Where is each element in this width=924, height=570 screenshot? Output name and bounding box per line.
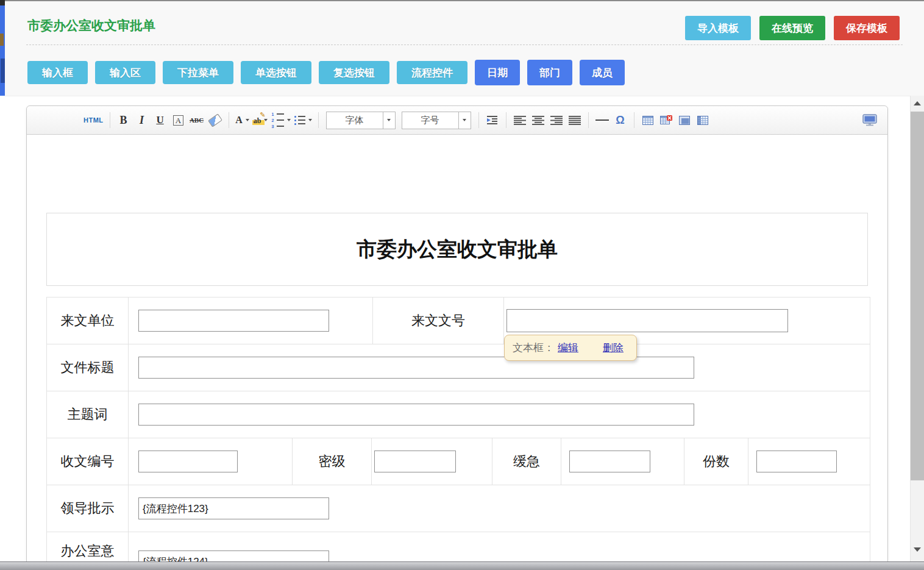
font-family-value: 字体	[327, 112, 383, 129]
align-left-button[interactable]	[513, 112, 527, 129]
receipt-no-input[interactable]	[138, 451, 238, 472]
receipt-no-label: 收文编号	[47, 438, 128, 485]
secrecy-cell	[371, 438, 492, 485]
document-title: 市委办公室收文审批单	[357, 236, 558, 263]
highlight-color-button[interactable]: ab ✎	[254, 112, 268, 129]
copies-input[interactable]	[756, 451, 837, 472]
toolbar-separator	[229, 112, 229, 128]
member-button[interactable]: 成员	[580, 60, 625, 85]
char-border-button[interactable]: A	[171, 112, 186, 129]
doc-title-label: 文件标题	[47, 344, 128, 391]
header-bar: 市委办公室收文审批单 导入模板 在线预览 保存模板 输入框 输入区 下拉菜单 单…	[5, 1, 924, 96]
horizontal-rule-button[interactable]	[595, 112, 609, 129]
delete-table-button[interactable]	[659, 112, 673, 129]
toolbar-separator	[634, 112, 634, 128]
chevron-down-icon	[387, 119, 391, 121]
bold-button[interactable]: B	[116, 112, 131, 129]
scroll-down-icon[interactable]	[914, 547, 921, 552]
textarea-button[interactable]: 输入区	[95, 61, 155, 84]
indent-button[interactable]	[485, 112, 500, 129]
font-size-dropdown[interactable]	[458, 112, 471, 129]
receipt-no-cell	[128, 438, 292, 485]
incoming-no-label: 来文文号	[372, 297, 503, 344]
font-family-select[interactable]: 字体	[326, 112, 396, 129]
insert-table-button[interactable]	[641, 112, 655, 129]
copies-cell	[748, 438, 870, 485]
underline-button[interactable]: U	[153, 112, 168, 129]
monitor-icon	[862, 114, 877, 126]
table-properties-button[interactable]	[677, 112, 692, 129]
align-right-button[interactable]	[549, 112, 564, 129]
strikethrough-button[interactable]: ABC	[190, 112, 204, 129]
italic-button[interactable]: I	[135, 112, 149, 129]
app-window: 市委办公室收文审批单 导入模板 在线预览 保存模板 输入框 输入区 下拉菜单 单…	[0, 0, 924, 570]
table-row: 文件标题	[47, 344, 870, 391]
bullet-list-button[interactable]	[294, 112, 312, 129]
ordered-list-icon: 1 2 3	[272, 112, 284, 129]
delete-link[interactable]: 删除	[603, 341, 624, 355]
fullscreen-button[interactable]	[862, 112, 877, 129]
subject-label: 主题词	[47, 391, 128, 438]
incoming-unit-input[interactable]	[138, 310, 329, 332]
left-edge-strip	[0, 1, 5, 96]
eraser-icon	[208, 113, 222, 127]
chevron-down-icon	[246, 119, 249, 121]
import-template-button[interactable]: 导入模板	[685, 16, 751, 40]
font-family-dropdown[interactable]	[383, 112, 395, 129]
toolbar-separator	[110, 112, 110, 128]
align-right-icon	[550, 116, 563, 125]
special-char-button[interactable]: Ω	[613, 112, 628, 129]
dashed-divider	[26, 45, 903, 45]
incoming-no-input[interactable]	[506, 309, 788, 332]
delete-table-icon	[660, 115, 672, 125]
date-button[interactable]: 日期	[475, 60, 520, 85]
scroll-up-icon[interactable]	[914, 101, 921, 105]
bold-icon: B	[120, 114, 127, 127]
remove-format-button[interactable]	[208, 112, 222, 129]
urgency-input[interactable]	[569, 451, 650, 472]
form-table: 来文单位 来文文号 文件标题 主题词	[46, 297, 870, 570]
table-properties-icon	[679, 116, 690, 125]
vertical-scrollbar[interactable]	[910, 96, 924, 561]
checkbox-button[interactable]: 复选按钮	[319, 61, 389, 84]
edit-link[interactable]: 编辑	[558, 341, 578, 355]
window-bottom-edge	[0, 561, 924, 570]
chevron-down-icon	[287, 119, 291, 121]
subject-input[interactable]	[138, 404, 694, 426]
urgency-cell	[561, 438, 684, 485]
department-button[interactable]: 部门	[527, 60, 572, 85]
toolbar-separator	[506, 112, 506, 128]
document-title-cell[interactable]: 市委办公室收文审批单	[46, 213, 868, 286]
radio-button-button[interactable]: 单选按钮	[241, 61, 311, 84]
align-center-icon	[532, 116, 544, 125]
left-strip-mark	[0, 34, 4, 46]
font-size-value: 字号	[402, 112, 458, 129]
font-size-select[interactable]: 字号	[402, 112, 471, 129]
flow-control-button[interactable]: 流程控件	[397, 61, 467, 84]
save-template-button[interactable]: 保存模板	[834, 16, 900, 40]
cell-properties-icon	[697, 116, 708, 125]
font-color-icon: A	[235, 115, 243, 126]
dropdown-menu-button[interactable]: 下拉菜单	[163, 61, 233, 84]
italic-icon: I	[140, 114, 144, 127]
urgency-label: 缓急	[492, 438, 561, 485]
incoming-unit-label: 来文单位	[47, 297, 128, 344]
online-preview-button[interactable]: 在线预览	[759, 16, 825, 40]
font-color-button[interactable]: A	[235, 112, 250, 129]
align-left-icon	[514, 116, 526, 125]
html-source-button[interactable]: HTML	[84, 112, 104, 129]
underline-icon: U	[156, 114, 163, 126]
chevron-down-icon	[463, 119, 466, 121]
cell-properties-button[interactable]	[695, 112, 710, 129]
input-box-button[interactable]: 输入框	[27, 61, 88, 84]
scrollbar-thumb[interactable]	[911, 112, 924, 480]
align-justify-button[interactable]	[567, 112, 582, 129]
secrecy-input[interactable]	[374, 451, 456, 472]
align-center-button[interactable]	[531, 112, 546, 129]
bullet-list-icon	[294, 116, 305, 125]
ordered-list-button[interactable]: 1 2 3	[272, 112, 291, 129]
leader-note-input[interactable]	[138, 497, 329, 519]
leader-note-label: 领导批示	[47, 485, 128, 532]
incoming-unit-cell	[128, 297, 372, 344]
editor-toolbar: HTML B I U A ABC A ab ✎	[27, 106, 887, 135]
